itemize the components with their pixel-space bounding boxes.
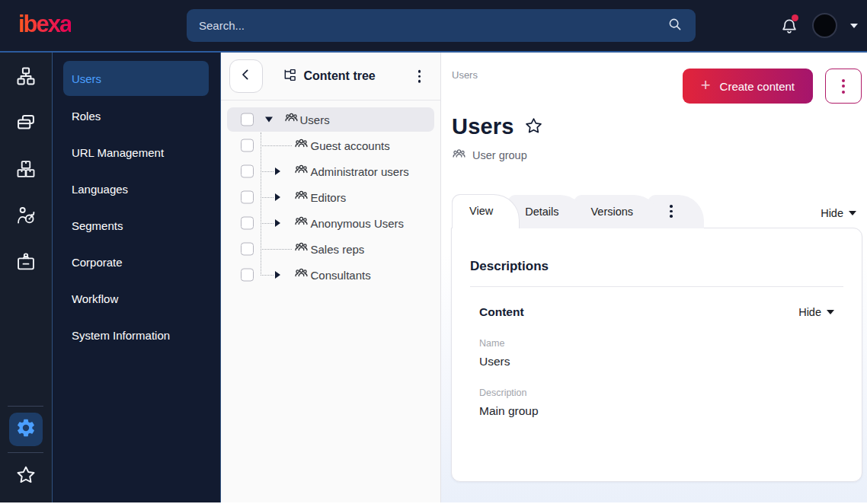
- tree-item-label: Sales reps: [311, 243, 365, 256]
- tree-connector-stub: [261, 223, 274, 224]
- collapse-tree-button[interactable]: [229, 59, 263, 93]
- tab-label: View: [469, 205, 493, 217]
- tree-item-checkbox[interactable]: [241, 269, 254, 282]
- user-group-icon: [294, 163, 309, 180]
- caret-right-icon[interactable]: [275, 193, 280, 201]
- sidebar-item-personalization[interactable]: [9, 200, 43, 234]
- content-type-label: User group: [472, 149, 527, 161]
- packages-icon: [15, 158, 37, 183]
- tree-item-checkbox[interactable]: [241, 217, 254, 230]
- tab-versions[interactable]: Versions: [574, 195, 661, 228]
- tab-view[interactable]: View: [452, 194, 520, 228]
- tree-item-checkbox[interactable]: [241, 113, 254, 126]
- menu-item-label: Corporate: [72, 256, 123, 269]
- view-tab-panel: Descriptions Content Hide Name Users Des…: [451, 228, 862, 482]
- user-group-icon: [284, 111, 299, 129]
- ibexa-logo[interactable]: ibexa: [18, 12, 71, 39]
- tree-item-checkbox[interactable]: [241, 243, 254, 256]
- tree-item-sales-reps[interactable]: Sales reps: [221, 236, 441, 262]
- content-tree-title: Content tree: [304, 69, 376, 83]
- content-tree-list: Users Guest accounts: [221, 100, 441, 288]
- content-section-title: Content: [479, 305, 524, 319]
- tree-item-checkbox[interactable]: [241, 191, 254, 204]
- search-input[interactable]: [199, 19, 667, 32]
- tab-bar: View Details Versions Hide: [452, 194, 862, 228]
- admin-menu: Users Roles URL Management Languages Seg…: [53, 53, 221, 502]
- user-group-icon: [294, 189, 309, 206]
- content-hide-toggle[interactable]: Hide: [798, 306, 834, 318]
- star-icon: [14, 464, 37, 490]
- create-content-button[interactable]: + Create content: [683, 69, 813, 104]
- icon-rail: [0, 53, 53, 502]
- search-icon[interactable]: [667, 16, 683, 36]
- tree-item-consultants[interactable]: Consultants: [221, 262, 441, 288]
- plus-icon: +: [701, 77, 711, 94]
- sidebar-item-bookmarks[interactable]: [9, 460, 43, 493]
- menu-item-label: System Information: [72, 329, 170, 342]
- content-tree-icon: [283, 68, 297, 85]
- menu-item-users[interactable]: Users: [63, 61, 209, 96]
- caret-down-icon[interactable]: [265, 117, 273, 123]
- tree-item-administrator-users[interactable]: Administrator users: [221, 158, 441, 184]
- menu-item-system-information[interactable]: System Information: [53, 317, 220, 353]
- tree-item-guest-accounts[interactable]: Guest accounts: [221, 132, 441, 158]
- person-target-icon: [15, 205, 37, 229]
- caret-down-icon: [849, 211, 856, 215]
- tree-connector-stub: [261, 145, 292, 146]
- sidebar-item-content-structure[interactable]: [9, 61, 43, 94]
- tree-item-label: Consultants: [311, 269, 371, 282]
- sidebar-item-product-catalog[interactable]: [9, 154, 43, 187]
- user-group-icon: [294, 241, 309, 258]
- field-value-description: Main group: [479, 404, 834, 418]
- id-badge-icon: [15, 251, 37, 276]
- menu-item-label: Languages: [72, 183, 128, 196]
- tree-options-button[interactable]: [415, 67, 424, 86]
- caret-right-icon[interactable]: [275, 167, 280, 175]
- tree-item-checkbox[interactable]: [241, 165, 254, 178]
- caret-right-icon[interactable]: [275, 271, 280, 279]
- bell-icon[interactable]: [779, 16, 799, 36]
- sidebar-item-settings[interactable]: [9, 413, 43, 446]
- menu-item-label: URL Management: [72, 146, 164, 159]
- hide-label: Hide: [798, 306, 821, 318]
- tree-item-anonymous-users[interactable]: Anonymous Users: [221, 210, 441, 236]
- menu-item-workflow[interactable]: Workflow: [53, 280, 220, 317]
- user-group-icon: [452, 147, 466, 164]
- tree-item-users[interactable]: Users: [221, 107, 441, 132]
- content-tree-header: Content tree: [221, 53, 441, 100]
- tree-connector-stub: [261, 171, 274, 172]
- sidebar-item-pages[interactable]: [9, 107, 43, 141]
- menu-item-roles[interactable]: Roles: [53, 97, 220, 134]
- tree-connector-stub: [261, 249, 292, 250]
- descriptions-heading: Descriptions: [470, 259, 843, 274]
- bookmark-star-icon[interactable]: [523, 116, 544, 139]
- menu-item-corporate[interactable]: Corporate: [53, 244, 220, 280]
- more-tabs-icon: [665, 205, 677, 218]
- sidebar-item-corporate-accounts[interactable]: [9, 247, 43, 280]
- menu-item-languages[interactable]: Languages: [53, 171, 220, 207]
- caret-right-icon[interactable]: [275, 219, 280, 227]
- hide-toggle[interactable]: Hide: [821, 207, 856, 228]
- tree-item-editors[interactable]: Editors: [221, 184, 441, 210]
- top-bar: ibexa: [0, 0, 867, 53]
- content-options-button[interactable]: [825, 69, 862, 104]
- menu-item-label: Segments: [72, 219, 123, 232]
- caret-down-icon: [827, 310, 834, 314]
- tree-item-label: Guest accounts: [311, 139, 390, 152]
- create-content-label: Create content: [720, 80, 795, 93]
- notification-dot: [792, 14, 798, 21]
- menu-item-label: Workflow: [72, 292, 118, 305]
- avatar[interactable]: [812, 13, 837, 38]
- tree-connector-stub: [261, 197, 274, 198]
- menu-item-label: Roles: [72, 110, 101, 123]
- menu-item-segments[interactable]: Segments: [53, 207, 220, 244]
- rail-divider: [8, 406, 43, 407]
- tree-item-checkbox[interactable]: [241, 139, 254, 152]
- hide-label: Hide: [821, 207, 843, 219]
- menu-item-url-management[interactable]: URL Management: [53, 134, 220, 171]
- tree-item-label: Anonymous Users: [311, 217, 405, 230]
- gear-icon: [15, 417, 37, 442]
- pages-icon: [15, 112, 37, 136]
- user-menu-caret-icon[interactable]: [850, 24, 858, 28]
- global-search[interactable]: [187, 9, 696, 42]
